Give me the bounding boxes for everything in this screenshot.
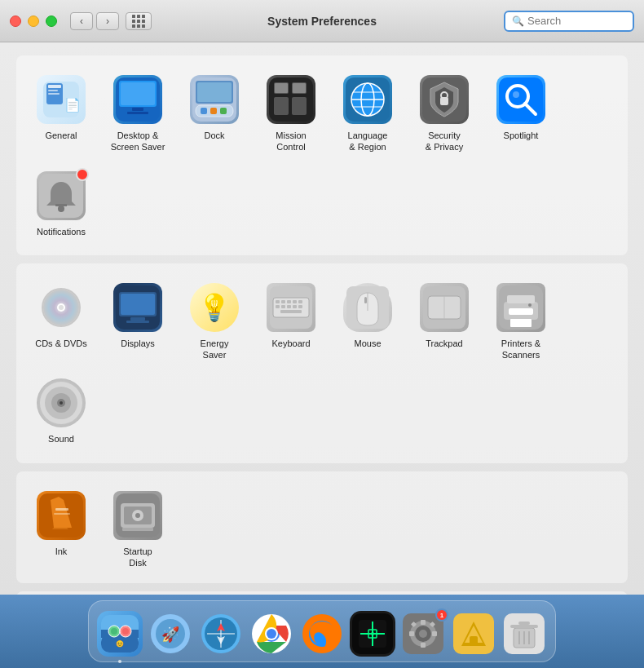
pref-mouse[interactable]: Mouse [331, 275, 404, 368]
pref-dock[interactable]: Dock [178, 67, 251, 160]
svg-rect-57 [298, 300, 302, 303]
pref-keyboard[interactable]: Keyboard [254, 275, 328, 368]
language-label: Language& Region [348, 130, 388, 153]
svg-rect-180 [421, 620, 426, 625]
minimize-button[interactable] [28, 15, 39, 27]
pref-printers[interactable]: Printers &Scanners [484, 275, 558, 368]
svg-rect-74 [510, 319, 532, 327]
energy-icon: 💡 [188, 281, 240, 334]
dock-pixelmator[interactable] [350, 611, 395, 657]
window-title: System Preferences [267, 15, 377, 28]
mouse-label: Mouse [354, 338, 381, 349]
ink-label: Ink [55, 546, 68, 557]
grid-view-button[interactable] [126, 12, 152, 30]
cds-icon [35, 281, 87, 334]
svg-point-179 [419, 630, 427, 638]
dock-launchpad[interactable]: 🚀 [148, 611, 193, 657]
pref-displays[interactable]: Displays [101, 275, 174, 368]
close-button[interactable] [10, 15, 21, 27]
svg-rect-182 [409, 631, 414, 636]
search-box[interactable]: 🔍 [504, 11, 634, 32]
general-icon: 📄 [35, 73, 87, 126]
svg-rect-190 [510, 625, 538, 628]
svg-text:🚀: 🚀 [161, 626, 180, 644]
svg-rect-191 [518, 622, 530, 625]
notifications-badge [76, 168, 89, 181]
svg-rect-181 [421, 643, 426, 648]
mission-icon [265, 73, 317, 126]
traffic-lights [10, 15, 57, 27]
dock-betterzip[interactable] [451, 611, 496, 657]
svg-rect-16 [210, 108, 217, 114]
dock-label: Dock [204, 130, 224, 141]
svg-rect-23 [275, 83, 288, 93]
pref-ink[interactable]: Ink [24, 483, 98, 576]
security-icon [418, 73, 470, 126]
printers-label: Printers &Scanners [501, 338, 540, 361]
pref-language[interactable]: Language& Region [331, 67, 404, 160]
search-input[interactable] [527, 15, 626, 27]
search-icon: 🔍 [512, 15, 524, 27]
trackpad-icon [418, 281, 470, 334]
svg-rect-8 [121, 82, 155, 105]
dock: 😊 🚀 [0, 595, 644, 668]
section-hardware: CDs & DVDs Displays 💡 [16, 263, 628, 463]
svg-point-88 [135, 513, 140, 518]
notifications-label: Notifications [37, 226, 86, 237]
dock-trash[interactable] [501, 611, 547, 657]
svg-point-175 [371, 632, 374, 635]
svg-rect-187 [470, 636, 478, 644]
svg-rect-73 [507, 295, 535, 303]
pref-security[interactable]: Security& Privacy [408, 67, 481, 160]
svg-point-45 [59, 305, 64, 310]
dock-container: 😊 🚀 [88, 600, 556, 662]
mouse-icon [342, 281, 394, 334]
svg-text:😊: 😊 [116, 639, 124, 648]
security-label: Security& Privacy [426, 130, 463, 153]
language-icon [342, 73, 394, 126]
mission-label: MissionControl [276, 130, 306, 153]
pref-mission[interactable]: MissionControl [254, 67, 328, 160]
dock-finder[interactable]: 😊 [97, 611, 143, 657]
startup-icon [112, 489, 164, 542]
svg-rect-72 [509, 308, 533, 315]
svg-rect-53 [276, 300, 280, 303]
nav-buttons: ‹ › [70, 12, 119, 30]
dock-firefox[interactable] [299, 611, 345, 657]
svg-rect-17 [220, 108, 227, 114]
svg-rect-15 [201, 108, 207, 114]
dock-sysprefs[interactable]: 1 [400, 611, 446, 657]
svg-rect-3 [48, 90, 58, 91]
svg-rect-55 [287, 300, 291, 303]
pref-desktop[interactable]: Desktop &Screen Saver [101, 67, 174, 160]
dock-safari[interactable] [198, 611, 244, 657]
zoom-button[interactable] [46, 15, 57, 27]
svg-rect-83 [54, 513, 70, 515]
pref-energy[interactable]: 💡 EnergySaver [178, 275, 251, 368]
trackpad-label: Trackpad [426, 338, 462, 349]
svg-rect-9 [132, 108, 143, 111]
forward-button[interactable]: › [96, 12, 119, 30]
pref-notifications[interactable]: Notifications [24, 163, 98, 244]
pref-general[interactable]: 📄 General [24, 67, 98, 160]
dock-chrome[interactable] [249, 611, 294, 657]
svg-rect-62 [298, 305, 302, 308]
svg-point-75 [528, 303, 532, 307]
svg-rect-59 [281, 305, 285, 308]
grid-dots-icon [132, 15, 145, 28]
pref-sound[interactable]: Sound [24, 370, 98, 451]
svg-rect-50 [126, 321, 149, 323]
svg-rect-54 [281, 300, 285, 303]
pref-trackpad[interactable]: Trackpad [408, 275, 481, 368]
svg-rect-60 [287, 305, 291, 308]
back-button[interactable]: ‹ [70, 12, 93, 30]
main-content: 📄 General Desktop &Screen [0, 42, 644, 595]
svg-rect-49 [130, 317, 145, 321]
pref-cds[interactable]: CDs & DVDs [24, 275, 98, 368]
pref-spotlight[interactable]: Spotlight [484, 67, 558, 160]
svg-rect-82 [55, 508, 68, 511]
pref-startup[interactable]: StartupDisk [101, 483, 174, 576]
general-label: General [45, 130, 77, 141]
sound-icon [35, 377, 87, 429]
svg-point-39 [58, 206, 64, 212]
